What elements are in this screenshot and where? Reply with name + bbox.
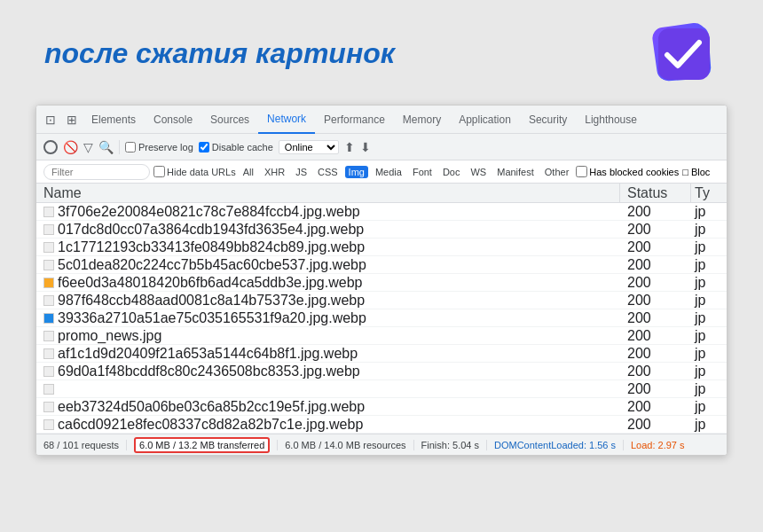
page-title: после сжатия картинок xyxy=(44,37,395,70)
clear-button[interactable]: 🚫 xyxy=(63,140,78,154)
status-divider-5 xyxy=(623,440,624,450)
has-blocked-check[interactable]: Has blocked cookies xyxy=(576,166,679,177)
filter-xhr[interactable]: XHR xyxy=(261,166,288,178)
preserve-log-checkbox[interactable]: Preserve log xyxy=(125,142,193,153)
tab-sources[interactable]: Sources xyxy=(201,106,258,134)
tab-network[interactable]: Network xyxy=(258,106,315,134)
file-icon xyxy=(43,419,54,430)
filter-media[interactable]: Media xyxy=(372,166,405,178)
hide-data-urls-checkbox[interactable] xyxy=(153,166,165,177)
disable-cache-checkbox[interactable]: Disable cache xyxy=(199,142,273,153)
filter-font[interactable]: Font xyxy=(409,166,436,178)
file-icon xyxy=(43,242,54,253)
has-blocked-label: Has blocked cookies xyxy=(589,167,679,177)
load-time: Load: 2.97 s xyxy=(631,440,685,450)
transferred-size: 6.0 MB / 13.2 MB transferred xyxy=(134,437,270,453)
disable-cache-label: Disable cache xyxy=(212,142,273,153)
file-icon xyxy=(43,207,54,217)
table-row[interactable]: ca6cd0921e8fec08337c8d82a82b7c1e.jpg.web… xyxy=(36,416,727,434)
table-header: Name Status Ty xyxy=(36,184,727,203)
file-icon xyxy=(43,402,54,412)
toolbar-divider xyxy=(119,140,120,154)
tab-lighthouse[interactable]: Lighthouse xyxy=(576,106,646,134)
status-divider-1 xyxy=(126,440,127,450)
col-header-status: Status xyxy=(620,184,691,202)
table-row[interactable]: eeb37324d50a06be03c6a85b2cc19e5f.jpg.web… xyxy=(36,398,727,416)
network-toolbar: 🚫 ▽ 🔍 Preserve log Disable cache Online … xyxy=(36,134,727,160)
export-icon[interactable]: ⬇ xyxy=(360,140,371,154)
file-icon xyxy=(43,384,54,395)
file-icon xyxy=(43,278,54,288)
has-blocked-checkbox[interactable] xyxy=(576,166,587,177)
status-divider-2 xyxy=(277,440,278,450)
tab-bar: ⊡ ⊞ Elements Console Sources Network Per… xyxy=(36,106,727,134)
tab-performance[interactable]: Performance xyxy=(315,106,394,134)
file-icon xyxy=(43,224,54,235)
filter-all[interactable]: All xyxy=(240,166,257,178)
logo-icon xyxy=(648,18,719,89)
table-row[interactable]: 987f648ccb488aad0081c8a14b75373e.jpg.web… xyxy=(36,292,727,309)
hide-data-urls-label: Hide data URLs xyxy=(167,167,236,177)
filter-doc[interactable]: Doc xyxy=(439,166,464,178)
tab-memory[interactable]: Memory xyxy=(394,106,450,134)
filter-icon[interactable]: ▽ xyxy=(83,140,93,154)
filter-ws[interactable]: WS xyxy=(467,166,490,178)
table-row[interactable]: f6ee0d3a48018420b6fb6ad4ca5ddb3e.jpg.web… xyxy=(36,274,727,292)
tab-elements[interactable]: Elements xyxy=(83,106,145,134)
dom-loaded-time: DOMContentLoaded: 1.56 s xyxy=(494,440,616,450)
filter-bar: Hide data URLs All XHR JS CSS Img Media … xyxy=(36,160,727,184)
page-background: после сжатия картинок ⊡ xyxy=(0,0,763,532)
requests-count: 68 / 101 requests xyxy=(43,440,119,450)
block-label: □ Bloc xyxy=(682,167,710,177)
file-icon xyxy=(43,313,54,324)
tab-security[interactable]: Security xyxy=(520,106,576,134)
filter-img[interactable]: Img xyxy=(345,166,368,178)
status-divider-4 xyxy=(486,440,487,450)
finish-time: Finish: 5.04 s xyxy=(421,440,479,450)
table-row[interactable]: promo_news.jpg 200 jp xyxy=(36,327,727,345)
file-icon xyxy=(43,331,54,341)
table-row[interactable]: 69d0a1f48bcddf8c80c2436508bc8353.jpg.web… xyxy=(36,363,727,380)
network-table: 3f706e2e20084e0821c78c7e884fccb4.jpg.web… xyxy=(36,203,727,434)
file-icon xyxy=(43,295,54,306)
filter-js[interactable]: JS xyxy=(292,166,311,178)
filter-manifest[interactable]: Manifest xyxy=(493,166,538,178)
resources-size: 6.0 MB / 14.0 MB resources xyxy=(285,440,405,450)
filter-css[interactable]: CSS xyxy=(314,166,342,178)
tab-application[interactable]: Application xyxy=(450,106,520,134)
device-icon[interactable]: ⊞ xyxy=(61,109,83,130)
table-row[interactable]: af1c1d9d20409f21a653a5144c64b8f1.jpg.web… xyxy=(36,345,727,363)
throttle-select[interactable]: Online Fast 3G Slow 3G Offline xyxy=(279,140,339,154)
file-icon xyxy=(43,366,54,377)
col-header-name: Name xyxy=(36,184,620,202)
search-icon[interactable]: 🔍 xyxy=(98,140,114,154)
filter-other[interactable]: Other xyxy=(541,166,573,178)
file-icon xyxy=(43,260,54,270)
devtools-window: ⊡ ⊞ Elements Console Sources Network Per… xyxy=(35,105,728,456)
record-button[interactable] xyxy=(43,140,58,154)
status-bar: 68 / 101 requests 6.0 MB / 13.2 MB trans… xyxy=(36,434,727,455)
preserve-log-label: Preserve log xyxy=(138,142,193,153)
table-row[interactable]: 1c17712193cb33413fe0849bb824cb89.jpg.web… xyxy=(36,239,727,256)
header-area: после сжатия картинок xyxy=(35,18,728,89)
table-row[interactable]: 39336a2710a51ae75c035165531f9a20.jpg.web… xyxy=(36,309,727,327)
import-icon[interactable]: ⬆ xyxy=(344,140,355,154)
preserve-log-input[interactable] xyxy=(125,142,136,153)
status-divider-3 xyxy=(413,440,414,450)
table-row[interactable]: 017dc8d0cc07a3864cdb1943fd3635e4.jpg.web… xyxy=(36,221,727,239)
file-icon xyxy=(43,348,54,359)
table-row[interactable]: 3f706e2e20084e0821c78c7e884fccb4.jpg.web… xyxy=(36,203,727,221)
inspect-icon[interactable]: ⊡ xyxy=(40,109,61,130)
disable-cache-input[interactable] xyxy=(199,142,209,153)
col-header-type: Ty xyxy=(691,184,727,202)
tab-console[interactable]: Console xyxy=(145,106,201,134)
filter-input[interactable] xyxy=(43,164,150,180)
table-row[interactable]: 200 jp xyxy=(36,380,727,398)
table-row[interactable]: 5c01dea820c224cc7b5b45ac60cbe537.jpg.web… xyxy=(36,256,727,274)
hide-data-urls-check[interactable]: Hide data URLs xyxy=(153,166,236,177)
